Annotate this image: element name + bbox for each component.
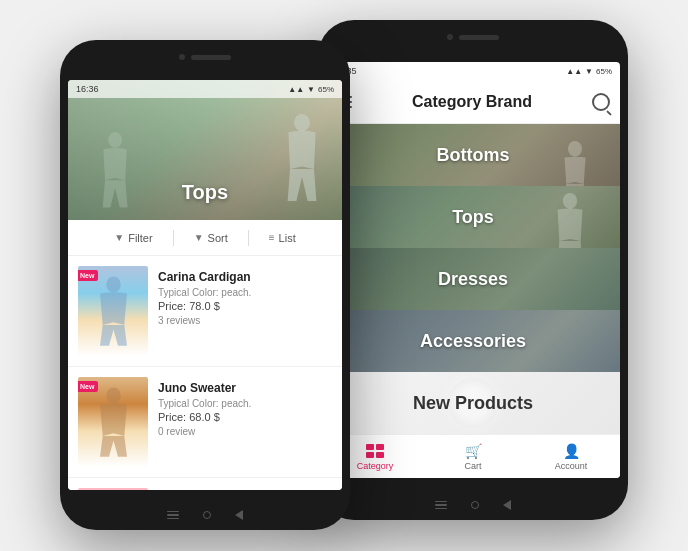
product-item-carina[interactable]: New Carina Cardigan Typical Color: peach… — [68, 256, 342, 367]
sort-icon: ▼ — [194, 232, 204, 243]
list-label: List — [279, 232, 296, 244]
back-phone: 16:35 ▲▲ ▼ 65% Category Brand — [318, 20, 628, 520]
back-status-bar: 16:35 ▲▲ ▼ 65% — [326, 62, 620, 80]
category-list: Bottoms Tops Dresses Acce — [326, 124, 620, 434]
camera-dot — [447, 34, 453, 40]
front-camera-dot — [179, 54, 185, 60]
front-time: 16:36 — [76, 84, 99, 94]
filter-button[interactable]: ▼ Filter — [114, 232, 152, 244]
tops-label: Tops — [452, 207, 494, 228]
svg-point-4 — [106, 276, 120, 292]
category-item-dresses[interactable]: Dresses — [326, 248, 620, 310]
hero-person-left — [98, 126, 133, 220]
signal-icon: ▲▲ — [566, 67, 582, 76]
tops-hero: Tops — [68, 80, 342, 220]
back-status-icons: ▲▲ ▼ 65% — [566, 67, 612, 76]
juno-reviews: 0 review — [158, 426, 332, 437]
cart-tab-icon: 🛒 — [463, 443, 483, 459]
account-tab-icon: 👤 — [561, 443, 581, 459]
list-view-button[interactable]: ≡ List — [269, 232, 296, 244]
front-nav-menu-icon[interactable] — [167, 511, 179, 519]
filter-sort-bar: ▼ Filter ▼ Sort ≡ List — [68, 220, 342, 256]
juno-name: Juno Sweater — [158, 381, 332, 395]
carina-reviews: 3 reviews — [158, 315, 332, 326]
bottoms-label: Bottoms — [437, 145, 510, 166]
list-view-icon: ≡ — [269, 232, 275, 243]
bottom-tab-bar: Category 🛒 Cart 👤 Account — [326, 434, 620, 478]
juno-price: Price: 68.0 $ — [158, 411, 332, 423]
product-item-phoebe[interactable]: New Phoebe Cardigan — [68, 478, 342, 490]
wifi-icon: ▼ — [585, 67, 593, 76]
svg-point-1 — [563, 193, 577, 209]
front-phone-top-bar — [179, 54, 231, 60]
accessories-label: Accessories — [420, 331, 526, 352]
category-item-accessories[interactable]: Accessories — [326, 310, 620, 372]
back-phone-top-bar — [447, 34, 499, 40]
juno-product-info: Juno Sweater Typical Color: peach. Price… — [158, 377, 332, 437]
nav-back-button[interactable] — [503, 500, 511, 510]
juno-new-badge: New — [78, 381, 98, 392]
svg-point-5 — [106, 387, 120, 403]
category-item-new-products[interactable]: New Products — [326, 372, 620, 434]
sort-button[interactable]: ▼ Sort — [194, 232, 228, 244]
sort-label: Sort — [208, 232, 228, 244]
tops-hero-label: Tops — [182, 181, 228, 204]
front-status-bar: 16:36 ▲▲ ▼ 65% — [68, 80, 342, 98]
front-speaker — [191, 55, 231, 60]
back-phone-bottom-bar — [435, 500, 511, 510]
bottoms-person-deco — [555, 140, 600, 187]
filter-icon: ▼ — [114, 232, 124, 243]
carina-color: Typical Color: peach. — [158, 287, 332, 298]
nav-home-button[interactable] — [471, 501, 479, 509]
svg-point-2 — [294, 114, 310, 132]
category-tab-icon — [365, 443, 385, 459]
carina-price: Price: 78.0 $ — [158, 300, 332, 312]
tab-account[interactable]: 👤 Account — [522, 443, 620, 471]
carina-image-wrap: New — [78, 266, 148, 356]
category-item-tops[interactable]: Tops — [326, 186, 620, 248]
search-icon[interactable] — [592, 93, 610, 111]
front-phone: 16:36 ▲▲ ▼ 65% — [60, 40, 350, 530]
front-nav-home-button[interactable] — [203, 511, 211, 519]
back-phone-screen: 16:35 ▲▲ ▼ 65% Category Brand — [326, 62, 620, 478]
cart-tab-label: Cart — [464, 461, 481, 471]
dresses-label: Dresses — [438, 269, 508, 290]
phoebe-product-info: Phoebe Cardigan — [158, 488, 332, 490]
carina-product-info: Carina Cardigan Typical Color: peach. Pr… — [158, 266, 332, 326]
category-item-bottoms[interactable]: Bottoms — [326, 124, 620, 186]
front-nav-back-button[interactable] — [235, 510, 243, 520]
nav-menu-icon[interactable] — [435, 501, 447, 509]
carina-new-badge: New — [78, 270, 98, 281]
category-tab-label: Category — [357, 461, 394, 471]
juno-image-wrap: New — [78, 377, 148, 467]
new-products-label: New Products — [413, 393, 533, 414]
phoebe-image-wrap: New — [78, 488, 148, 490]
product-list: New Carina Cardigan Typical Color: peach… — [68, 256, 342, 490]
front-signal-icon: ▲▲ — [288, 85, 304, 94]
front-phone-bottom-bar — [167, 510, 243, 520]
filter-divider-1 — [173, 230, 174, 246]
front-battery-icon: 65% — [318, 85, 334, 94]
carina-name: Carina Cardigan — [158, 270, 332, 284]
category-brand-title: Category Brand — [412, 93, 532, 111]
filter-label: Filter — [128, 232, 152, 244]
battery-icon: 65% — [596, 67, 612, 76]
filter-divider-2 — [248, 230, 249, 246]
juno-color: Typical Color: peach. — [158, 398, 332, 409]
svg-point-0 — [568, 140, 582, 156]
tops-person-deco — [550, 192, 595, 248]
category-grid-icon — [366, 444, 384, 458]
svg-point-3 — [108, 132, 122, 148]
product-item-juno[interactable]: New Juno Sweater Typical Color: peach. P… — [68, 367, 342, 478]
front-wifi-icon: ▼ — [307, 85, 315, 94]
front-phone-screen: 16:36 ▲▲ ▼ 65% — [68, 80, 342, 490]
hero-person-right — [282, 106, 322, 220]
category-header: Category Brand — [326, 80, 620, 124]
account-tab-label: Account — [555, 461, 588, 471]
front-status-icons: ▲▲ ▼ 65% — [288, 85, 334, 94]
speaker — [459, 35, 499, 40]
tab-cart[interactable]: 🛒 Cart — [424, 443, 522, 471]
phoebe-product-image — [78, 488, 148, 490]
